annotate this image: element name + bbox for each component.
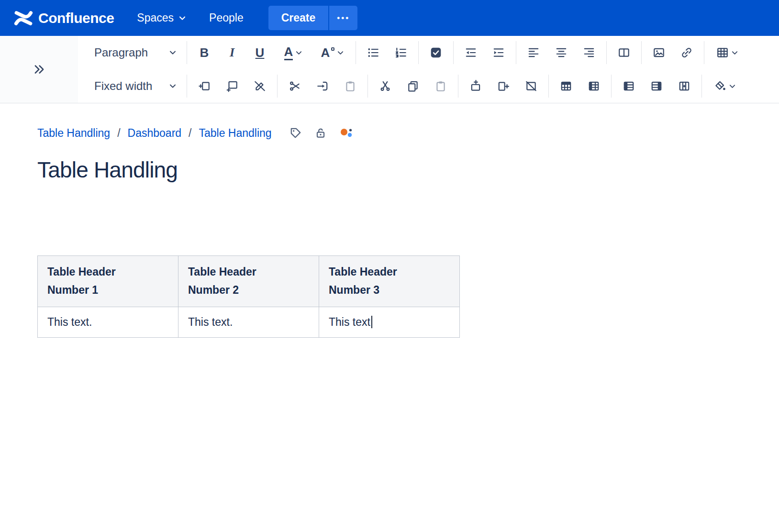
breadcrumb-dashboard-link[interactable]: Dashboard [128,127,182,140]
align-right-button[interactable] [575,40,603,66]
link-icon [680,46,693,59]
editor-content: Table Handling / Dashboard / Table Handl… [0,103,779,338]
italic-button[interactable]: I [218,40,246,66]
page-layout-button[interactable] [610,40,638,66]
table-cell[interactable]: This text [319,307,460,337]
toolbar-rows: Paragraph B I U A A [78,36,779,103]
align-center-button[interactable] [547,40,575,66]
create-more-button[interactable]: ••• [329,6,357,30]
table-cell[interactable]: This text. [178,307,319,337]
table-header-cell[interactable]: Table Header Number 2 [178,256,319,307]
divider [611,75,612,98]
numbered-list-button[interactable] [387,40,415,66]
tag-icon[interactable] [289,127,302,139]
header-column-icon [588,80,600,92]
nav-people-label: People [209,11,244,24]
chevron-down-icon [729,83,736,90]
expand-sidebar-icon[interactable] [32,62,46,77]
bullet-list-button[interactable] [359,40,387,66]
insert-column-button[interactable] [190,73,218,99]
cut-row-button[interactable] [371,73,399,99]
paragraph-style-label: Paragraph [94,46,148,59]
table-header-text: Table Header Number 2 [188,263,284,299]
insert-table-button[interactable] [708,40,747,66]
divider [367,75,368,98]
unlock-icon[interactable] [314,127,327,139]
page-title[interactable]: Table Handling [37,157,779,183]
outdent-button[interactable] [457,40,485,66]
paste-row-button[interactable] [427,73,455,99]
divider [704,41,704,64]
table-header-cell[interactable]: Table Header Number 1 [38,256,178,307]
breadcrumb: Table Handling / Dashboard / Table Handl… [37,126,779,140]
merge-table-cells-icon [623,80,635,92]
delete-table-button[interactable] [517,73,545,99]
chevron-down-icon [295,49,302,56]
nav-spaces[interactable]: Spaces [137,11,186,24]
add-column-after-button[interactable] [490,73,517,99]
divider [548,75,549,98]
clear-cell-icon [254,80,266,92]
text-styles-button[interactable]: A [313,40,352,66]
align-left-button[interactable] [520,40,547,66]
header-column-button[interactable] [580,73,608,99]
task-list-button[interactable] [422,40,450,66]
merge-cells-button[interactable] [309,73,336,99]
header-row-button[interactable] [552,73,580,99]
chevron-down-icon [178,14,186,22]
divider [418,41,419,64]
text-color-button[interactable]: A [274,40,313,66]
outdent-icon [465,46,477,59]
breadcrumb-separator: / [189,127,191,140]
split-cell-button[interactable] [643,73,670,99]
superscript-mark [331,47,334,51]
breadcrumb-space-link[interactable]: Table Handling [37,127,110,140]
table-header-text: Table Header Number 3 [329,263,424,299]
table-width-dropdown[interactable]: Fixed width [88,73,183,99]
add-row-above-button[interactable] [462,73,490,99]
table-cell-text: This text [329,316,370,328]
insert-image-button[interactable] [645,40,673,66]
insert-row-icon [226,80,238,92]
bold-button[interactable]: B [190,40,218,66]
analytics-dots-icon[interactable] [339,126,355,140]
sidebar-collapsed-strip [0,36,78,103]
create-button[interactable]: Create [268,6,329,30]
image-icon [653,46,665,59]
merge-table-cells-button[interactable] [615,73,643,99]
table-cell[interactable]: This text. [38,307,178,337]
copy-row-button[interactable] [399,73,427,99]
divider [187,41,187,64]
add-column-icon [497,80,510,92]
indent-button[interactable] [485,40,512,66]
nav-people[interactable]: People [209,11,244,24]
table-header-cell[interactable]: Table Header Number 3 [319,256,460,307]
divider [453,41,454,64]
cell-background-button[interactable] [705,73,745,99]
scissors-icon [379,80,391,92]
cut-cells-button[interactable] [281,73,309,99]
chevron-down-icon [731,49,738,56]
copy-icon [407,80,419,92]
paragraph-style-dropdown[interactable]: Paragraph [88,40,183,66]
delete-table-icon [525,80,537,92]
toolbar-row-formatting: Paragraph B I U A A [78,36,779,69]
divider [606,41,607,64]
paste-cells-button[interactable] [336,73,364,99]
divider [356,41,356,64]
split-cell-icon [650,80,663,92]
table-cell-text: This text. [188,316,233,328]
bold-icon: B [200,46,209,59]
divider [277,75,278,98]
insert-row-button[interactable] [218,73,246,99]
insert-link-button[interactable] [673,40,701,66]
fill-color-icon [714,80,726,92]
merge-cells-icon [316,80,329,92]
editor-toolbar: Paragraph B I U A A [0,36,779,103]
page-layout-icon [618,46,630,59]
breadcrumb-page-link[interactable]: Table Handling [199,127,271,140]
distribute-columns-button[interactable] [670,73,698,99]
underline-button[interactable]: U [246,40,274,66]
align-left-icon [527,46,540,59]
clear-cell-button[interactable] [246,73,274,99]
